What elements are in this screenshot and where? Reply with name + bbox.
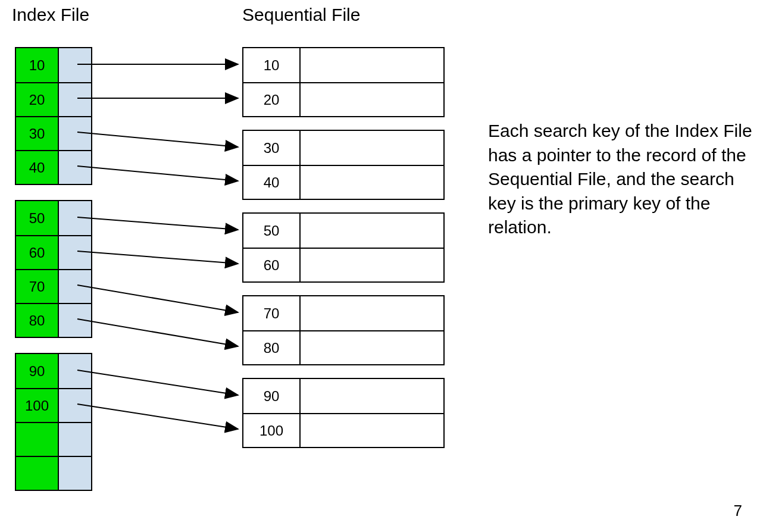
index-key-cell: 90 — [16, 354, 59, 388]
sequential-row: 100 — [243, 413, 443, 447]
description-text: Each search key of the Index File has a … — [488, 119, 756, 240]
index-pointer-cell — [59, 423, 91, 456]
pointer-arrow — [77, 404, 238, 429]
pointer-arrow — [77, 132, 238, 147]
sequential-data-cell — [301, 379, 443, 413]
sequential-row: 60 — [243, 248, 443, 281]
index-pointer-cell — [59, 117, 91, 150]
index-row: 40 — [16, 150, 91, 184]
index-pointer-cell — [59, 304, 91, 337]
index-block: 90100 — [15, 353, 92, 491]
sequential-row: 70 — [243, 296, 443, 330]
index-row — [16, 456, 91, 490]
pointer-arrow — [77, 319, 238, 346]
sequential-key-cell: 100 — [243, 414, 301, 447]
sequential-key-cell: 50 — [243, 214, 301, 248]
index-block: 10203040 — [15, 47, 92, 185]
index-key-cell: 20 — [16, 83, 59, 116]
sequential-key-cell: 70 — [243, 296, 301, 330]
sequential-block: 90100 — [242, 378, 445, 448]
index-pointer-cell — [59, 389, 91, 422]
index-row: 70 — [16, 269, 91, 303]
index-key-cell — [16, 423, 59, 456]
index-key-cell: 80 — [16, 304, 59, 337]
index-row: 80 — [16, 303, 91, 337]
sequential-row: 40 — [243, 165, 443, 199]
sequential-data-cell — [301, 296, 443, 330]
sequential-data-cell — [301, 414, 443, 447]
index-row: 10 — [16, 48, 91, 82]
sequential-key-cell: 10 — [243, 48, 301, 82]
pointer-arrow — [77, 166, 238, 181]
sequential-row: 10 — [243, 48, 443, 82]
index-key-cell: 60 — [16, 236, 59, 269]
sequential-key-cell: 90 — [243, 379, 301, 413]
sequential-row: 90 — [243, 379, 443, 413]
index-row: 90 — [16, 354, 91, 388]
index-pointer-cell — [59, 236, 91, 269]
pointer-arrow — [77, 251, 238, 264]
index-key-cell — [16, 457, 59, 490]
index-row: 20 — [16, 82, 91, 116]
sequential-key-cell: 60 — [243, 249, 301, 281]
index-key-cell: 50 — [16, 201, 59, 235]
index-pointer-cell — [59, 201, 91, 235]
sequential-block: 5060 — [242, 212, 445, 283]
index-row: 60 — [16, 235, 91, 269]
sequential-data-cell — [301, 249, 443, 281]
index-pointer-cell — [59, 83, 91, 116]
sequential-block: 1020 — [242, 47, 445, 117]
sequential-block: 3040 — [242, 130, 445, 200]
pointer-arrow — [77, 217, 238, 230]
sequential-key-cell: 30 — [243, 131, 301, 165]
sequential-row: 50 — [243, 214, 443, 248]
index-row: 30 — [16, 116, 91, 150]
index-pointer-cell — [59, 48, 91, 82]
sequential-row: 30 — [243, 131, 443, 165]
sequential-data-cell — [301, 214, 443, 248]
sequential-data-cell — [301, 83, 443, 116]
index-pointer-cell — [59, 354, 91, 388]
index-key-cell: 30 — [16, 117, 59, 150]
pointer-arrow — [77, 370, 238, 395]
index-key-cell: 70 — [16, 270, 59, 303]
sequential-key-cell: 20 — [243, 83, 301, 116]
sequential-row: 80 — [243, 330, 443, 364]
index-key-cell: 100 — [16, 389, 59, 422]
index-row: 50 — [16, 201, 91, 235]
index-row: 100 — [16, 388, 91, 422]
index-file-title: Index File — [12, 5, 89, 25]
index-key-cell: 40 — [16, 151, 59, 184]
sequential-key-cell: 40 — [243, 166, 301, 199]
index-pointer-cell — [59, 457, 91, 490]
index-pointer-cell — [59, 270, 91, 303]
index-row — [16, 422, 91, 456]
page-number: 7 — [734, 502, 742, 520]
sequential-data-cell — [301, 131, 443, 165]
sequential-data-cell — [301, 166, 443, 199]
sequential-file-title: Sequential File — [242, 5, 360, 25]
sequential-block: 7080 — [242, 295, 445, 365]
sequential-row: 20 — [243, 82, 443, 116]
sequential-key-cell: 80 — [243, 331, 301, 364]
index-block: 50607080 — [15, 200, 92, 338]
pointer-arrow — [77, 285, 238, 312]
index-key-cell: 10 — [16, 48, 59, 82]
sequential-data-cell — [301, 48, 443, 82]
sequential-data-cell — [301, 331, 443, 364]
index-pointer-cell — [59, 151, 91, 184]
